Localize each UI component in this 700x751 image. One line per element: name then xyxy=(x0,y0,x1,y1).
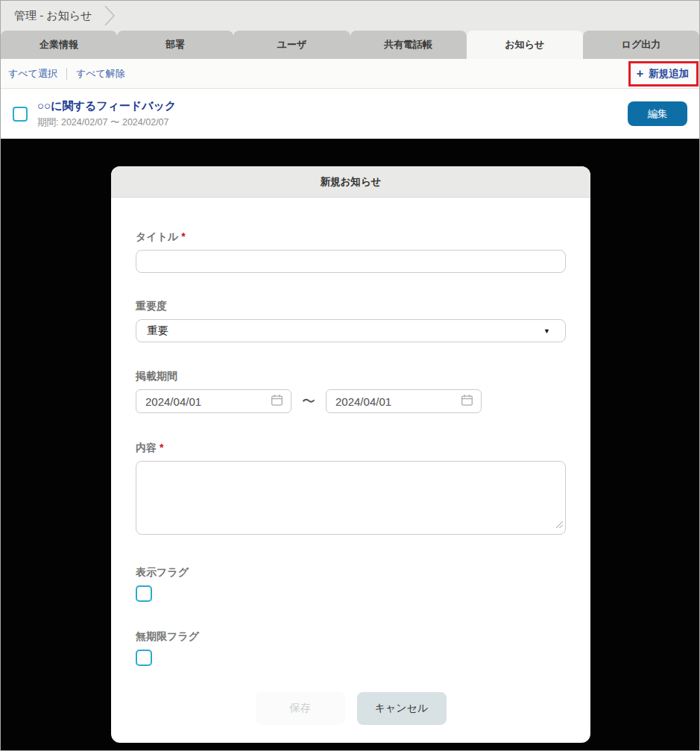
row-text: ○○に関するフィードバック 期間: 2024/02/07 〜 2024/02/0… xyxy=(37,99,176,129)
required-marker: * xyxy=(160,442,163,453)
add-new-button[interactable]: 新規追加 xyxy=(649,67,689,81)
content-label: 内容* xyxy=(136,442,566,455)
importance-field-group: 重要度 重要 ▼ xyxy=(136,300,566,342)
tab-log-output[interactable]: ログ出力 xyxy=(583,31,699,59)
period-start-input[interactable]: 2024/04/01 xyxy=(136,389,291,413)
period-end-value: 2024/04/01 xyxy=(335,395,391,408)
calendar-icon[interactable] xyxy=(461,394,473,409)
toolbar-divider xyxy=(66,68,67,80)
breadcrumb-label: 管理 - お知らせ xyxy=(14,9,92,23)
title-input[interactable] xyxy=(136,250,566,273)
plus-icon: + xyxy=(637,68,643,80)
list-toolbar: すべて選択 すべて解除 + 新規追加 xyxy=(1,59,699,89)
indefinite-flag-checkbox[interactable] xyxy=(136,650,152,666)
importance-select[interactable]: 重要 ▼ xyxy=(136,319,566,342)
announcement-period: 期間: 2024/02/07 〜 2024/02/07 xyxy=(37,116,176,129)
save-button[interactable]: 保存 xyxy=(256,692,345,725)
indefinite-flag-group: 無期限フラグ xyxy=(136,630,566,666)
modal-title: 新規お知らせ xyxy=(111,166,590,198)
tab-shared-phonebook[interactable]: 共有電話帳 xyxy=(350,31,467,59)
period-label: 掲載期間 xyxy=(136,370,566,383)
tab-company-info[interactable]: 企業情報 xyxy=(1,31,117,59)
calendar-icon[interactable] xyxy=(271,394,283,409)
content-field-group: 内容* xyxy=(136,442,566,535)
period-start-value: 2024/04/01 xyxy=(145,395,201,408)
title-label: タイトル* xyxy=(136,230,566,244)
resize-handle-icon[interactable] xyxy=(555,518,563,531)
period-field-group: 掲載期間 2024/04/01 xyxy=(136,370,566,413)
modal-body: タイトル* 重要度 重要 ▼ 掲載期間 2024/04/01 xyxy=(111,198,590,725)
deselect-all-link[interactable]: すべて解除 xyxy=(76,67,125,81)
tab-users[interactable]: ユーザ xyxy=(233,31,350,59)
cancel-button[interactable]: キャンセル xyxy=(357,692,447,725)
chevron-right-icon xyxy=(104,4,116,27)
new-announcement-modal: 新規お知らせ タイトル* 重要度 重要 ▼ 掲載期間 xyxy=(111,166,590,743)
period-end-input[interactable]: 2024/04/01 xyxy=(326,389,482,413)
display-flag-label: 表示フラグ xyxy=(136,566,566,579)
display-flag-checkbox[interactable] xyxy=(136,585,152,602)
indefinite-flag-label: 無期限フラグ xyxy=(136,630,566,644)
content-textarea-wrap xyxy=(136,461,566,535)
modal-overlay: 新規お知らせ タイトル* 重要度 重要 ▼ 掲載期間 xyxy=(1,139,699,751)
row-checkbox[interactable] xyxy=(13,107,28,122)
select-all-link[interactable]: すべて選択 xyxy=(8,67,57,81)
chevron-down-icon: ▼ xyxy=(543,327,550,335)
tab-bar: 企業情報 部署 ユーザ 共有電話帳 お知らせ ログ出力 xyxy=(1,31,699,59)
edit-button[interactable]: 編集 xyxy=(628,101,687,126)
importance-label: 重要度 xyxy=(136,300,566,313)
breadcrumb: 管理 - お知らせ xyxy=(1,1,699,31)
period-date-row: 2024/04/01 〜 2024/04/01 xyxy=(136,389,566,413)
period-separator: 〜 xyxy=(302,392,315,410)
announcement-row: ○○に関するフィードバック 期間: 2024/02/07 〜 2024/02/0… xyxy=(1,89,699,139)
content-textarea[interactable] xyxy=(136,461,566,535)
add-new-highlight-box[interactable]: + 新規追加 xyxy=(628,61,699,87)
tab-departments[interactable]: 部署 xyxy=(117,31,233,59)
required-marker: * xyxy=(181,230,185,242)
app-window: 管理 - お知らせ 企業情報 部署 ユーザ 共有電話帳 お知らせ ログ出力 すべ… xyxy=(0,0,700,751)
announcement-title[interactable]: ○○に関するフィードバック xyxy=(37,99,176,113)
tab-announcements[interactable]: お知らせ xyxy=(467,31,583,59)
modal-button-row: 保存 キャンセル xyxy=(136,692,566,725)
importance-selected-value: 重要 xyxy=(147,324,168,338)
display-flag-group: 表示フラグ xyxy=(136,566,566,602)
title-field-group: タイトル* xyxy=(136,230,566,273)
